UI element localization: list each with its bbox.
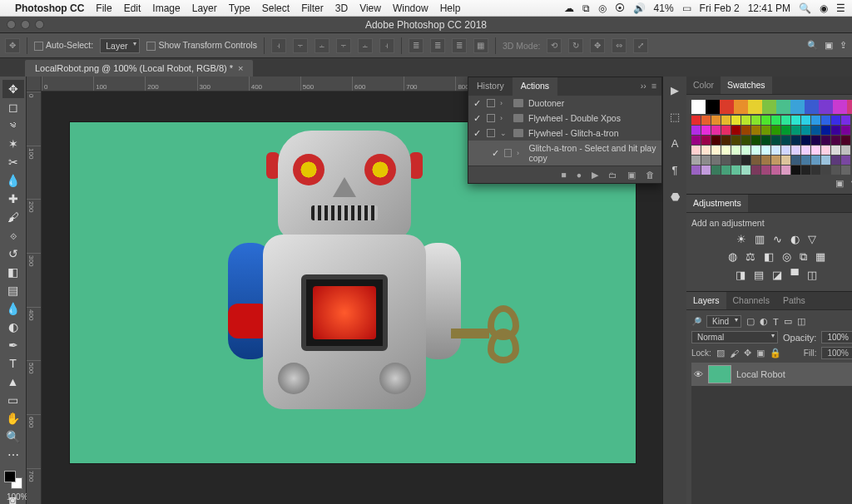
brush-tool[interactable]: 🖌 xyxy=(2,208,24,226)
swatch[interactable] xyxy=(762,100,776,114)
action-item[interactable]: ✓ › Glitch-a-tron - Select and hit play … xyxy=(468,141,661,166)
chevron-right-icon[interactable]: › xyxy=(500,114,508,122)
type-tool[interactable]: T xyxy=(2,354,24,373)
check-icon[interactable]: ✓ xyxy=(473,98,482,108)
volume-icon[interactable]: 🔊 xyxy=(633,2,646,14)
menu-file[interactable]: File xyxy=(96,2,111,14)
swatch[interactable] xyxy=(741,166,750,175)
swatch[interactable] xyxy=(731,136,741,145)
share-icon[interactable]: ⇪ xyxy=(840,40,847,51)
align-right-icon[interactable]: ⫠ xyxy=(315,38,329,53)
gradient-map-icon[interactable]: ▀ xyxy=(790,269,798,281)
swatch[interactable] xyxy=(761,116,770,125)
auto-align-icon[interactable]: ▦ xyxy=(473,38,488,53)
swatch[interactable] xyxy=(821,116,830,125)
clone-stamp-tool[interactable]: ⟐ xyxy=(2,226,24,245)
swatch[interactable] xyxy=(691,100,706,114)
eraser-tool[interactable]: ◧ xyxy=(2,263,24,281)
character-panel-icon[interactable]: A xyxy=(666,135,683,151)
battery-text[interactable]: 41% xyxy=(654,2,674,14)
play-shortcut-icon[interactable]: ▶ xyxy=(666,82,683,98)
tab-actions[interactable]: Actions xyxy=(513,77,557,96)
action-item[interactable]: ✓ ⌄ Flywheel - Glitch-a-tron xyxy=(468,126,661,141)
swatch[interactable] xyxy=(734,100,748,114)
swatch[interactable] xyxy=(741,116,750,125)
libraries-icon[interactable]: ⬣ xyxy=(666,188,683,205)
swatch[interactable] xyxy=(748,100,762,114)
swatch[interactable] xyxy=(711,166,721,175)
gradient-tool[interactable]: ▤ xyxy=(2,281,24,299)
swatch[interactable] xyxy=(811,136,820,145)
tab-layers[interactable]: Layers xyxy=(686,292,726,309)
swatch[interactable] xyxy=(701,166,711,175)
swatch[interactable] xyxy=(761,156,770,165)
swatch[interactable] xyxy=(791,126,800,135)
swatch[interactable] xyxy=(751,116,760,125)
swatch[interactable] xyxy=(791,116,800,125)
swatch[interactable] xyxy=(751,126,760,135)
lock-paint-icon[interactable]: 🖌 xyxy=(730,348,739,358)
swatch[interactable] xyxy=(711,156,721,165)
hand-tool[interactable]: ✋ xyxy=(2,409,24,427)
vibrance-icon[interactable]: ▽ xyxy=(808,233,816,245)
brush-settings-icon[interactable]: ⬚ xyxy=(666,108,683,125)
pen-tool[interactable]: ✒ xyxy=(2,336,24,354)
menubar-app-name[interactable]: Photoshop CC xyxy=(15,2,84,14)
color-balance-icon[interactable]: ⚖ xyxy=(746,250,755,264)
auto-select-target-dropdown[interactable]: Layer xyxy=(100,38,140,53)
align-hcenter-icon[interactable]: ⫟ xyxy=(293,38,308,53)
edit-toolbar[interactable]: ⋯ xyxy=(2,446,24,464)
bw-icon[interactable]: ◧ xyxy=(764,250,774,264)
document-tab[interactable]: LocalRobot.png @ 100% (Local Robot, RGB/… xyxy=(25,60,253,77)
swatch[interactable] xyxy=(721,126,731,135)
swatch[interactable] xyxy=(721,156,731,165)
layer-row[interactable]: 👁 Local Robot xyxy=(691,363,852,386)
ruler-origin[interactable] xyxy=(27,77,42,91)
swatch[interactable] xyxy=(761,166,770,175)
swatch[interactable] xyxy=(721,116,731,125)
visibility-eye-icon[interactable]: 👁 xyxy=(694,369,703,379)
swatch[interactable] xyxy=(801,136,810,145)
swatch[interactable] xyxy=(819,100,833,114)
swatch[interactable] xyxy=(751,136,760,145)
eyedropper-tool[interactable]: 💧 xyxy=(2,171,24,190)
swatch[interactable] xyxy=(821,136,830,145)
swatch[interactable] xyxy=(801,126,810,135)
workspace-icon[interactable]: ▣ xyxy=(825,40,833,51)
align-bottom-icon[interactable]: ⫞ xyxy=(379,38,394,53)
filter-pixel-icon[interactable]: ▢ xyxy=(746,316,755,327)
close-document-icon[interactable]: × xyxy=(238,63,243,73)
swatch[interactable] xyxy=(781,146,790,155)
stop-icon[interactable]: ■ xyxy=(561,170,566,180)
chevron-right-icon[interactable]: › xyxy=(500,99,508,107)
swatch[interactable] xyxy=(841,156,850,165)
lock-all-icon[interactable]: 🔒 xyxy=(770,348,781,358)
swatch[interactable] xyxy=(771,156,780,165)
menu-layer[interactable]: Layer xyxy=(192,2,217,14)
show-transform-checkbox[interactable]: Show Transform Controls xyxy=(146,40,256,51)
panel-menu-icon[interactable]: ≡ xyxy=(651,81,656,92)
auto-select-checkbox[interactable]: Auto-Select: xyxy=(34,40,93,51)
collapse-panel-icon[interactable]: ›› xyxy=(641,81,646,92)
swatch[interactable] xyxy=(811,116,820,125)
swatch[interactable] xyxy=(821,146,830,155)
menu-filter[interactable]: Filter xyxy=(301,2,324,14)
swatch[interactable] xyxy=(721,166,731,175)
swatch[interactable] xyxy=(781,116,790,125)
swatch[interactable] xyxy=(721,146,731,155)
hue-icon[interactable]: ◍ xyxy=(728,250,737,264)
swatch[interactable] xyxy=(801,116,810,125)
blend-mode-dropdown[interactable]: Normal xyxy=(691,331,778,343)
swatch[interactable] xyxy=(776,100,790,114)
swatch[interactable] xyxy=(811,126,820,135)
swatch[interactable] xyxy=(831,116,840,125)
siri-icon[interactable]: ◉ xyxy=(820,2,828,14)
swatch[interactable] xyxy=(831,156,840,165)
zoom-tool[interactable]: 🔍 xyxy=(2,427,24,446)
play-icon[interactable]: ▶ xyxy=(592,170,598,180)
tab-swatches[interactable]: Swatches xyxy=(721,77,772,94)
menubar-date[interactable]: Fri Feb 2 xyxy=(700,2,740,14)
swatch[interactable] xyxy=(847,100,852,114)
swatch[interactable] xyxy=(841,166,850,175)
swatch[interactable] xyxy=(791,136,800,145)
